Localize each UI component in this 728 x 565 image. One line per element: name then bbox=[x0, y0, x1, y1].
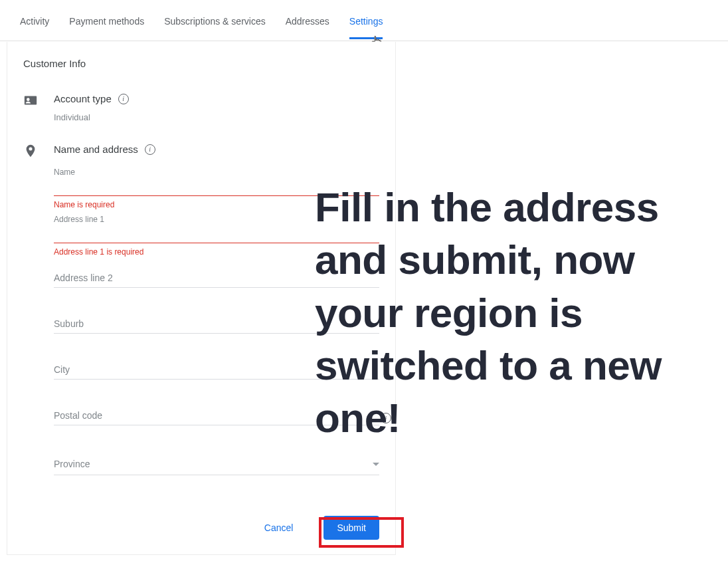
field-suburb bbox=[54, 314, 379, 334]
tab-settings[interactable]: Settings bbox=[349, 3, 383, 39]
province-placeholder: Province bbox=[54, 459, 90, 469]
tab-payment-methods[interactable]: Payment methods bbox=[69, 3, 144, 39]
field-address1: Address line 1 Address line 1 is require… bbox=[54, 215, 379, 257]
panel-title: Customer Info bbox=[23, 58, 379, 69]
city-input[interactable] bbox=[54, 360, 379, 380]
name-address-row: Name and address i bbox=[23, 144, 379, 158]
info-icon[interactable]: i bbox=[118, 94, 129, 104]
customer-info-panel: Customer Info Account type i Individual … bbox=[7, 42, 396, 555]
name-label: Name bbox=[54, 168, 379, 177]
name-input[interactable] bbox=[54, 177, 379, 196]
chevron-down-icon bbox=[373, 463, 379, 466]
info-icon[interactable]: i bbox=[381, 413, 391, 423]
location-pin-icon bbox=[23, 144, 54, 158]
account-type-label: Account type bbox=[54, 93, 112, 104]
tab-addresses[interactable]: Addresses bbox=[286, 3, 329, 39]
address2-input[interactable] bbox=[54, 269, 379, 288]
account-type-row: Account type i Individual bbox=[23, 93, 379, 122]
name-error: Name is required bbox=[54, 200, 379, 209]
name-address-label: Name and address bbox=[54, 144, 138, 155]
address1-label: Address line 1 bbox=[54, 215, 379, 224]
account-card-icon bbox=[23, 93, 54, 108]
cancel-button[interactable]: Cancel bbox=[264, 522, 294, 533]
suburb-input[interactable] bbox=[54, 314, 379, 334]
field-city bbox=[54, 360, 379, 380]
tab-subscriptions[interactable]: Subscriptions & services bbox=[164, 3, 266, 39]
field-province: Province bbox=[54, 452, 379, 475]
field-address2 bbox=[54, 269, 379, 288]
field-postal: i bbox=[54, 406, 379, 425]
postal-input[interactable] bbox=[54, 406, 379, 425]
submit-button[interactable]: Submit bbox=[323, 516, 379, 540]
info-icon[interactable]: i bbox=[145, 144, 155, 155]
tabs-bar: Activity Payment methods Subscriptions &… bbox=[0, 0, 728, 41]
province-select[interactable]: Province bbox=[54, 452, 379, 475]
address1-error: Address line 1 is required bbox=[54, 247, 379, 257]
address-form: Name Name is required Address line 1 Add… bbox=[54, 168, 379, 475]
account-type-value: Individual bbox=[54, 112, 379, 122]
form-actions: Cancel Submit bbox=[264, 516, 379, 540]
address1-input[interactable] bbox=[54, 224, 379, 243]
field-name: Name Name is required bbox=[54, 168, 379, 209]
tab-activity[interactable]: Activity bbox=[20, 3, 49, 39]
